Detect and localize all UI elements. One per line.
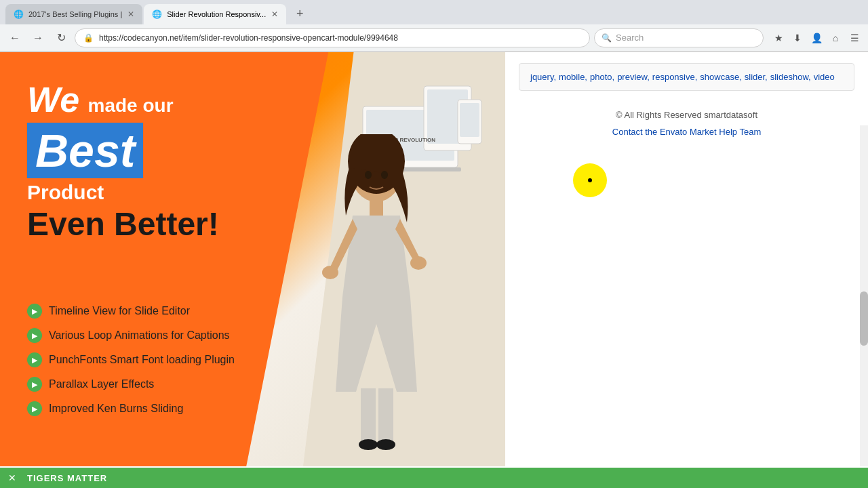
feature-text-5: Improved Ken Burns Sliding — [49, 403, 183, 415]
svg-point-7 — [359, 439, 378, 450]
bottom-bar: ✕ TIGERS MATTER — [0, 468, 868, 488]
bottom-close-button[interactable]: ✕ — [8, 472, 16, 483]
svg-point-10 — [381, 171, 388, 179]
lock-icon: 🔒 — [83, 33, 94, 43]
tag-photo[interactable]: photo, — [590, 72, 614, 82]
right-panel: jquery, mobile, photo, preview, responsi… — [505, 52, 868, 466]
feature-bullet-2: ▶ — [27, 328, 42, 343]
feature-bullet-1: ▶ — [27, 304, 42, 319]
svg-rect-17 — [460, 103, 479, 137]
nav-bar: ← → ↻ 🔒 https://codecanyon.net/item/slid… — [0, 24, 868, 52]
svg-point-3 — [322, 266, 338, 279]
tab-1-close[interactable]: ✕ — [127, 9, 134, 19]
svg-rect-6 — [378, 388, 393, 443]
search-bar[interactable]: 🔍 Search — [594, 28, 764, 47]
contact-help-link[interactable]: Contact the Envato Market Help Team — [612, 127, 761, 137]
download-button[interactable]: ⬇ — [789, 30, 806, 46]
address-text: https://codecanyon.net/item/slider-revol… — [99, 33, 581, 43]
bookmarks-button[interactable]: ★ — [770, 30, 787, 46]
cursor-dot — [588, 178, 592, 182]
bottom-bar-text: TIGERS MATTER — [27, 473, 107, 483]
cursor-area — [519, 157, 854, 238]
feature-text-1: Timeline View for Slide Editor — [49, 305, 190, 317]
tab-1-title: 2017's Best Selling Plugins | — [28, 10, 122, 18]
feature-item-4: ▶ Parallax Layer Effects — [27, 377, 235, 392]
tab-2-title: Slider Revolution Responsiv... — [167, 10, 266, 18]
even-better-text: Even Better! — [27, 205, 219, 243]
product-text: Product — [27, 181, 219, 204]
we-text: We — [27, 80, 79, 119]
search-icon: 🔍 — [601, 33, 612, 43]
made-our-text: made our — [88, 95, 174, 116]
cursor-indicator — [573, 163, 607, 197]
copyright-text: © All Rights Reserved smartdatasoft — [519, 110, 854, 120]
svg-rect-2 — [370, 199, 383, 216]
tab-1[interactable]: 🌐 2017's Best Selling Plugins | ✕ — [5, 4, 142, 24]
feature-text-4: Parallax Layer Effects — [49, 378, 154, 390]
scrollbar-track[interactable] — [860, 125, 868, 466]
svg-point-4 — [410, 256, 427, 270]
copyright-section: © All Rights Reserved smartdatasoft Cont… — [519, 99, 854, 148]
svg-rect-5 — [361, 388, 376, 443]
tab-2-close[interactable]: ✕ — [271, 9, 278, 19]
svg-point-9 — [365, 171, 372, 179]
tags-section: jquery, mobile, photo, preview, responsi… — [519, 63, 854, 91]
tag-showcase[interactable]: showcase, — [700, 72, 741, 82]
feature-item-5: ▶ Improved Ken Burns Sliding — [27, 401, 235, 416]
menu-button[interactable]: ☰ — [846, 30, 863, 46]
forward-button[interactable]: → — [28, 28, 47, 47]
back-button[interactable]: ← — [5, 28, 24, 47]
toolbar-icons: ★ ⬇ 👤 ⌂ ☰ — [770, 30, 863, 46]
tag-preview[interactable]: preview, — [617, 72, 650, 82]
tab-2-favicon: 🌐 — [152, 9, 161, 19]
refresh-button[interactable]: ↻ — [52, 28, 71, 47]
tag-slideshow[interactable]: slideshow, — [770, 72, 811, 82]
feature-item-1: ▶ Timeline View for Slide Editor — [27, 304, 235, 319]
page-content: We made our Best Product Even Better! — [0, 52, 868, 466]
left-panel: We made our Best Product Even Better! — [0, 52, 505, 466]
home-button[interactable]: ⌂ — [827, 30, 844, 46]
feature-item-2: ▶ Various Loop Animations for Captions — [27, 328, 235, 343]
account-button[interactable]: 👤 — [808, 30, 825, 46]
tag-jquery[interactable]: jquery, — [530, 72, 556, 82]
new-tab-button[interactable]: + — [290, 4, 309, 23]
feature-text-2: Various Loop Animations for Captions — [49, 329, 230, 342]
feature-bullet-3: ▶ — [27, 352, 42, 367]
tag-mobile[interactable]: mobile, — [559, 72, 587, 82]
best-text: Best — [27, 123, 143, 178]
tag-video[interactable]: video — [814, 72, 835, 82]
browser-chrome: 🌐 2017's Best Selling Plugins | ✕ 🌐 Slid… — [0, 0, 868, 52]
feature-bullet-4: ▶ — [27, 377, 42, 392]
search-placeholder: Search — [616, 33, 644, 43]
best-container: Best — [27, 123, 219, 178]
feature-item-3: ▶ PunchFonts Smart Font loading Plugin — [27, 352, 235, 367]
address-bar[interactable]: 🔒 https://codecanyon.net/item/slider-rev… — [75, 28, 590, 47]
features-list: ▶ Timeline View for Slide Editor ▶ Vario… — [27, 304, 235, 426]
tags-list: jquery, mobile, photo, preview, responsi… — [530, 72, 843, 82]
woman-figure — [302, 134, 451, 466]
product-banner: We made our Best Product Even Better! — [0, 52, 505, 466]
tag-slider[interactable]: slider, — [745, 72, 768, 82]
scrollbar-thumb[interactable] — [860, 291, 868, 346]
banner-text: We made our Best Product Even Better! — [27, 79, 219, 243]
tab-2[interactable]: 🌐 Slider Revolution Responsiv... ✕ — [144, 4, 286, 24]
feature-text-3: PunchFonts Smart Font loading Plugin — [49, 354, 235, 366]
feature-bullet-5: ▶ — [27, 401, 42, 416]
tabs-bar: 🌐 2017's Best Selling Plugins | ✕ 🌐 Slid… — [0, 0, 868, 24]
svg-point-8 — [376, 439, 395, 450]
tab-1-favicon: 🌐 — [14, 9, 23, 19]
tag-responsive[interactable]: responsive, — [652, 72, 697, 82]
